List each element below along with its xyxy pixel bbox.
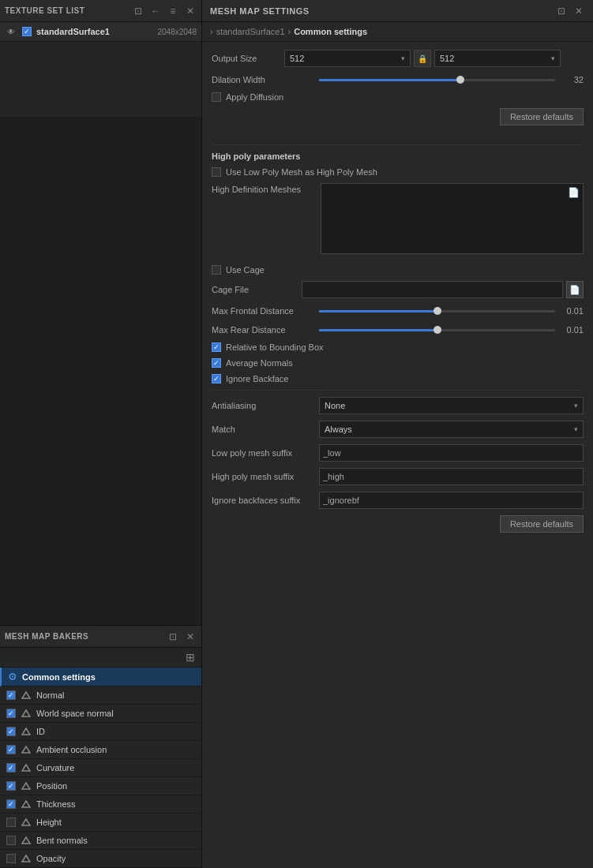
max-frontal-distance-value: 0.01	[560, 306, 584, 316]
breadcrumb: › standardSurface1 › Common settings	[202, 22, 593, 42]
back-icon[interactable]: ←	[149, 5, 162, 17]
baker-checkbox-normal[interactable]: ✓	[6, 690, 16, 700]
settings-content: Output Size 512 ▾ 🔒 512 ▾ Dilation Width…	[202, 42, 593, 559]
low-poly-suffix-input[interactable]	[319, 444, 584, 462]
baker-item-curvature[interactable]: ✓ Curvature	[0, 759, 201, 777]
dilation-width-value: 32	[560, 75, 584, 84]
baker-checkbox-position[interactable]: ✓	[6, 781, 16, 791]
baker-checkbox-opacity[interactable]	[6, 854, 16, 863]
use-low-poly-row: Use Low Poly Mesh as High Poly Mesh	[212, 167, 584, 177]
mesh-area-file-icon: 📄	[568, 187, 580, 198]
ignore-backfaces-suffix-label: Ignore backfaces suffix	[212, 496, 314, 505]
apply-diffusion-checkbox[interactable]	[212, 92, 221, 102]
restore-defaults-bottom-button[interactable]: Restore defaults	[500, 515, 584, 533]
high-poly-suffix-input[interactable]	[319, 468, 584, 485]
cage-file-field[interactable]	[302, 281, 563, 298]
dilation-slider-thumb[interactable]	[456, 76, 464, 84]
output-size-row: Output Size 512 ▾ 🔒 512 ▾	[212, 50, 584, 67]
match-dropdown[interactable]: Always ▾	[319, 421, 584, 438]
baker-item-normal[interactable]: ✓ Normal	[0, 687, 201, 705]
apply-diffusion-label: Apply Diffusion	[226, 92, 283, 102]
filter-icon[interactable]: ≡	[167, 5, 179, 17]
max-rear-distance-label: Max Rear Distance	[212, 325, 314, 335]
match-chevron: ▾	[574, 425, 578, 433]
average-normals-label: Average Normals	[226, 358, 293, 368]
antialiasing-chevron: ▾	[574, 402, 578, 410]
baker-item-common-settings[interactable]: ⚙ Common settings	[0, 668, 201, 687]
baker-item-id[interactable]: ✓ ID	[0, 723, 201, 741]
bent-normals-tri-icon	[21, 835, 32, 846]
visibility-icon[interactable]: 👁	[5, 25, 17, 38]
close-settings-icon[interactable]: ✕	[572, 5, 585, 17]
baker-label-world-space-normal: World space normal	[36, 709, 114, 718]
texture-set-list-title: TEXTURE SET LIST	[5, 6, 84, 15]
max-frontal-distance-row: Max Frontal Distance 0.01	[212, 305, 584, 317]
baker-item-ambient-occlusion[interactable]: ✓ Ambient occlusion	[0, 741, 201, 759]
mesh-map-bakers-title: MESH MAP BAKERS	[5, 632, 88, 641]
baker-checkbox-world-space-normal[interactable]: ✓	[6, 709, 16, 718]
texture-set-list-header: TEXTURE SET LIST ⊡ ← ≡ ✕	[0, 0, 201, 22]
breadcrumb-separator: ›	[288, 27, 291, 36]
thickness-tri-icon	[21, 799, 32, 810]
frontal-slider-thumb[interactable]	[433, 307, 441, 315]
dilation-width-slider[interactable]	[319, 73, 555, 86]
breadcrumb-parent[interactable]: standardSurface1	[216, 27, 285, 36]
baker-checkbox-height[interactable]	[6, 817, 16, 827]
rear-slider-thumb[interactable]	[433, 326, 441, 334]
baker-item-thickness[interactable]: ✓ Thickness	[0, 795, 201, 814]
gear-icon: ⚙	[8, 671, 17, 683]
baker-checkbox-thickness[interactable]: ✓	[6, 799, 16, 809]
max-frontal-distance-slider[interactable]	[319, 305, 555, 317]
high-definition-meshes-area[interactable]: 📄	[321, 183, 584, 254]
baker-item-bent-normals[interactable]: Bent normals	[0, 832, 201, 850]
dilation-width-row: Dilation Width 32	[212, 73, 584, 86]
use-low-poly-label: Use Low Poly Mesh as High Poly Mesh	[226, 167, 377, 177]
ignore-backfaces-suffix-row: Ignore backfaces suffix	[212, 492, 584, 509]
baker-checkbox-ambient-occlusion[interactable]: ✓	[6, 745, 16, 754]
breadcrumb-current: Common settings	[294, 27, 367, 36]
output-size-value1: 512	[290, 54, 304, 63]
relative-bounding-box-row: ✓ Relative to Bounding Box	[212, 342, 584, 352]
max-rear-distance-slider[interactable]	[319, 324, 555, 336]
ignore-backface-label: Ignore Backface	[226, 374, 289, 383]
baker-item-height[interactable]: Height	[0, 814, 201, 832]
output-size-dropdown1[interactable]: 512 ▾	[284, 50, 411, 67]
antialiasing-dropdown[interactable]: None ▾	[319, 397, 584, 414]
cage-file-browse-button[interactable]: 📄	[566, 281, 584, 298]
svg-marker-6	[22, 801, 30, 807]
restore-settings-icon[interactable]: ⊡	[555, 5, 568, 17]
baker-label-id: ID	[36, 727, 45, 736]
restore-bakers-icon[interactable]: ⊡	[167, 630, 179, 643]
ignore-backfaces-suffix-input[interactable]	[319, 492, 584, 509]
bakers-filter-icon[interactable]: ⊞	[184, 651, 197, 664]
ignore-backface-checkbox[interactable]: ✓	[212, 374, 221, 383]
baker-label-height: Height	[36, 817, 62, 827]
divider1	[212, 144, 584, 145]
restore-icon[interactable]: ⊡	[132, 5, 144, 17]
svg-marker-5	[22, 783, 30, 789]
average-normals-checkbox[interactable]: ✓	[212, 358, 221, 368]
texture-size: 2048x2048	[158, 28, 197, 36]
relative-bounding-box-label: Relative to Bounding Box	[226, 342, 324, 352]
restore-defaults-button[interactable]: Restore defaults	[500, 108, 584, 125]
lock-button[interactable]: 🔒	[414, 50, 431, 67]
baker-label-common-settings: Common settings	[22, 672, 96, 682]
use-cage-checkbox[interactable]	[212, 265, 221, 275]
svg-marker-0	[22, 692, 30, 698]
baker-item-world-space-normal[interactable]: ✓ World space normal	[0, 705, 201, 723]
texture-checkbox[interactable]: ✓	[22, 27, 32, 36]
high-definition-meshes-row: High Definition Meshes 📄	[212, 183, 584, 260]
right-panel: MESH MAP SETTINGS ⊡ ✕ › standardSurface1…	[202, 0, 593, 868]
close-bakers-icon[interactable]: ✕	[184, 630, 197, 643]
close-texture-list-icon[interactable]: ✕	[184, 5, 197, 17]
use-low-poly-checkbox[interactable]	[212, 167, 221, 177]
baker-checkbox-curvature[interactable]: ✓	[6, 763, 16, 773]
baker-checkbox-id[interactable]: ✓	[6, 727, 16, 736]
baker-item-opacity[interactable]: Opacity	[0, 850, 201, 868]
baker-item-position[interactable]: ✓ Position	[0, 777, 201, 795]
texture-set-list-icons: ⊡ ← ≡ ✕	[132, 5, 197, 17]
texture-item[interactable]: 👁 ✓ standardSurface1 2048x2048	[0, 22, 201, 42]
relative-bounding-box-checkbox[interactable]: ✓	[212, 342, 221, 352]
output-size-dropdown2[interactable]: 512 ▾	[434, 50, 561, 67]
baker-checkbox-bent-normals[interactable]	[6, 836, 16, 845]
